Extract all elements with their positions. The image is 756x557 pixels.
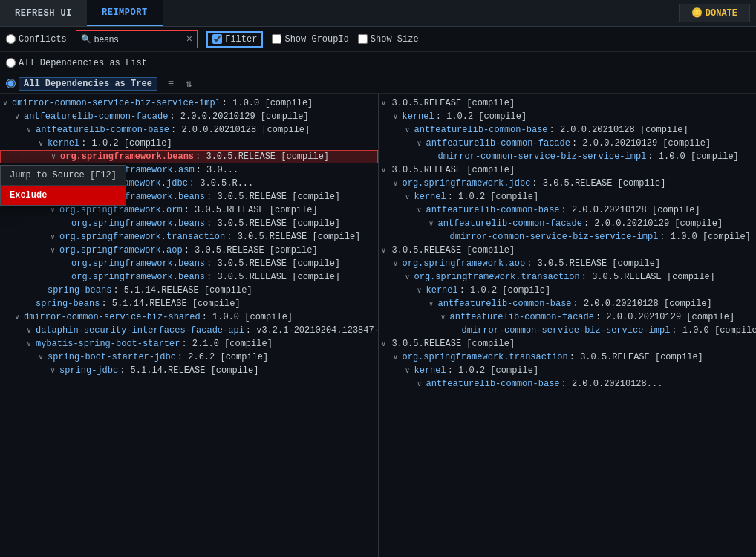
chevron-icon: ∨ — [50, 246, 58, 255]
pkg-name: antfeaturelib-common-base — [36, 125, 169, 135]
tree-item[interactable]: ∨kernel : 1.0.2 [compile] — [0, 137, 378, 150]
pkg-name: org.springframework.beans — [71, 258, 205, 269]
filter-icon[interactable]: ⇅ — [184, 76, 193, 91]
tree-item[interactable]: ∨3.0.5.RELEASE [compile] — [379, 97, 757, 110]
show-size-group: Show Size — [358, 34, 419, 45]
pkg-name: spring-beans — [48, 285, 111, 296]
exclude-item[interactable]: Exclude — [1, 186, 126, 205]
tree-item[interactable]: ∨org.springframework.jdbc : 3.0.5.RELEAS… — [379, 177, 757, 190]
chevron-icon: ∨ — [405, 126, 413, 134]
pkg-name: mybatis-spring-boot-starter — [36, 339, 180, 349]
tree-item[interactable]: dmirror-common-service-biz-service-impl … — [379, 324, 757, 337]
tree-item[interactable]: ∨org.springframework.transaction : 3.0.5… — [379, 270, 757, 284]
tree-item[interactable]: spring-beans : 5.1.14.RELEASE [compile] — [0, 284, 378, 297]
pkg-version: 3.0.5.RELEASE [compile] — [392, 165, 515, 175]
pkg-version: : 3.0.5.RELEASE [compile] — [227, 232, 360, 242]
pkg-name: org.springframework.transaction — [414, 272, 580, 282]
pkg-version: : 1.0.2 [compile] — [436, 111, 527, 122]
clear-icon[interactable]: × — [186, 34, 192, 45]
all-deps-tree-radio[interactable]: All Dependencies as Tree — [6, 77, 157, 91]
chevron-icon: ∨ — [382, 99, 389, 108]
tree-item[interactable]: ∨org.springframework.transaction : 3.0.5… — [379, 351, 757, 364]
jump-to-source-item[interactable]: Jump to Source [F12] — [1, 166, 126, 185]
tree-item[interactable]: ∨antfeaturelib-common-facade : 2.0.0.202… — [379, 310, 757, 324]
tree-item[interactable]: ∨3.0.5.RELEASE [compile] — [379, 163, 757, 177]
pkg-version: : v3.2.1-20210204.123847-19 [co... — [246, 325, 378, 336]
tree-item[interactable]: ∨org.springframework.transaction : 3.0.5… — [0, 230, 378, 244]
pkg-version: : 1.0.2 [compile] — [81, 138, 172, 149]
chevron-icon: ∨ — [394, 259, 401, 268]
tree-item[interactable]: ∨3.0.5.RELEASE [compile] — [379, 244, 757, 257]
tree-item[interactable]: ∨dmirror-common-service-biz-shared : 1.0… — [0, 310, 378, 324]
sort-icon[interactable]: ≡ — [166, 76, 175, 91]
controls-row-1: Conflicts 🔍 × Filter Show GroupId Show S… — [0, 27, 756, 52]
tree-item[interactable]: ∨org.springframework.aop : 3.0.5.RELEASE… — [0, 244, 378, 257]
tree-item[interactable]: ∨kernel : 1.0.2 [compile] — [379, 284, 757, 297]
conflicts-radio[interactable]: Conflicts — [6, 34, 67, 45]
chevron-icon: ∨ — [27, 339, 34, 348]
chevron-icon: ∨ — [417, 380, 425, 388]
tree-item[interactable]: ∨antfeaturelib-common-facade : 2.0.0.202… — [379, 137, 757, 150]
tree-item[interactable]: ∨antfeaturelib-common-facade : 2.0.0.202… — [0, 110, 378, 123]
tree-item[interactable]: ∨kernel : 1.0.2 [compile] — [379, 364, 757, 377]
tab-reimport[interactable]: REIMPORT — [87, 0, 163, 26]
tab-refresh-ui[interactable]: REFRESH UI — [0, 0, 87, 26]
tree-item[interactable]: ∨kernel : 1.0.2 [compile] — [379, 110, 757, 123]
pkg-version: 3.0.5.RELEASE [compile] — [392, 245, 515, 255]
pkg-version: : 2.0.0.20210128 [compile] — [561, 205, 700, 215]
chevron-icon: ∨ — [39, 139, 46, 148]
pkg-name: antfeaturelib-common-facade — [426, 138, 570, 149]
chevron-icon: ∨ — [51, 152, 59, 161]
pkg-version: : 3.0.5.RELEASE [compile] — [570, 352, 703, 362]
show-groupid-group: Show GroupId — [272, 34, 348, 45]
all-deps-list-radio[interactable]: All Dependencies as List — [6, 58, 147, 68]
chevron-icon: ∨ — [405, 366, 413, 375]
show-groupid-checkbox[interactable] — [272, 34, 281, 44]
chevron-icon: ∨ — [50, 366, 58, 375]
tree-item[interactable]: ∨org.springframework.beans : 3.0.5.RELEA… — [0, 150, 378, 163]
tree-item[interactable]: ∨kernel : 1.0.2 [compile] — [379, 190, 757, 203]
pkg-version: 3.0.5.RELEASE [compile] — [392, 339, 515, 349]
tree-item[interactable]: org.springframework.beans : 3.0.5.RELEAS… — [0, 257, 378, 270]
tree-item[interactable]: ∨dmirror-common-service-biz-service-impl… — [0, 97, 378, 110]
filter-checkbox[interactable] — [212, 34, 222, 44]
donate-button[interactable]: 🪙 DONATE — [679, 4, 750, 22]
pkg-version: : 3.0.5.RELEASE [compile] — [206, 218, 340, 229]
tree-item[interactable]: ∨antfeaturelib-common-base : 2.0.0.20210… — [379, 123, 757, 137]
tree-item[interactable]: ∨antfeaturelib-common-facade : 2.0.0.202… — [379, 217, 757, 230]
tree-item[interactable]: dmirror-common-service-biz-service-impl … — [379, 230, 757, 244]
pkg-name: antfeaturelib-common-base — [426, 205, 560, 215]
pkg-name: spring-beans — [36, 299, 100, 309]
tree-item[interactable]: org.springframework.beans : 3.0.5.RELEAS… — [0, 270, 378, 284]
tree-item[interactable]: ∨antfeaturelib-common-base : 2.0.0.20210… — [379, 203, 757, 217]
show-size-checkbox[interactable] — [358, 34, 368, 44]
pkg-version: : 2.0.0.20210128... — [561, 379, 663, 389]
tree-item[interactable]: spring-beans : 5.1.14.RELEASE [compile] — [0, 297, 378, 310]
chevron-icon: ∨ — [27, 326, 34, 335]
tree-item[interactable]: ∨dataphin-security-interfaces-facade-api… — [0, 324, 378, 337]
chevron-icon: ∨ — [394, 112, 401, 121]
pkg-version: : 2.6.2 [compile] — [177, 352, 268, 362]
tree-item[interactable]: ∨org.springframework.aop : 3.0.5.RELEASE… — [379, 257, 757, 270]
pkg-name: antfeaturelib-common-base — [438, 299, 572, 309]
tree-item[interactable]: ∨mybatis-spring-boot-starter : 2.1.0 [co… — [0, 337, 378, 351]
pkg-name: dmirror-common-service-biz-service-impl — [462, 325, 671, 336]
pkg-name: antfeaturelib-common-facade — [450, 312, 594, 322]
tree-item[interactable]: ∨antfeaturelib-common-base : 2.0.0.20210… — [379, 377, 757, 391]
pkg-version: : 1.0.0 [compile] — [659, 232, 750, 242]
tree-item[interactable]: org.springframework.beans : 3.0.5.RELEAS… — [0, 217, 378, 230]
tree-item[interactable]: ∨spring-jdbc : 5.1.14.RELEASE [compile] — [0, 364, 378, 377]
tree-item[interactable]: ∨antfeaturelib-common-base : 2.0.0.20210… — [0, 123, 378, 137]
chevron-icon: ∨ — [394, 179, 401, 188]
pkg-version: : 1.0.0 [compile] — [648, 152, 738, 162]
tree-item[interactable]: ∨spring-boot-starter-jdbc : 2.6.2 [compi… — [0, 351, 378, 364]
pkg-name: org.springframework.beans — [60, 152, 194, 162]
search-input[interactable] — [94, 34, 183, 45]
chevron-icon: ∨ — [417, 139, 425, 148]
tree-item[interactable]: ∨3.0.5.RELEASE [compile] — [379, 337, 757, 351]
tree-item[interactable]: ∨antfeaturelib-common-base : 2.0.0.20210… — [379, 297, 757, 310]
pkg-name: org.springframework.aop — [403, 258, 526, 269]
chevron-icon: ∨ — [382, 246, 389, 255]
pkg-name: dataphin-security-interfaces-facade-api — [36, 325, 244, 336]
tree-item[interactable]: dmirror-common-service-biz-service-impl … — [379, 150, 757, 163]
